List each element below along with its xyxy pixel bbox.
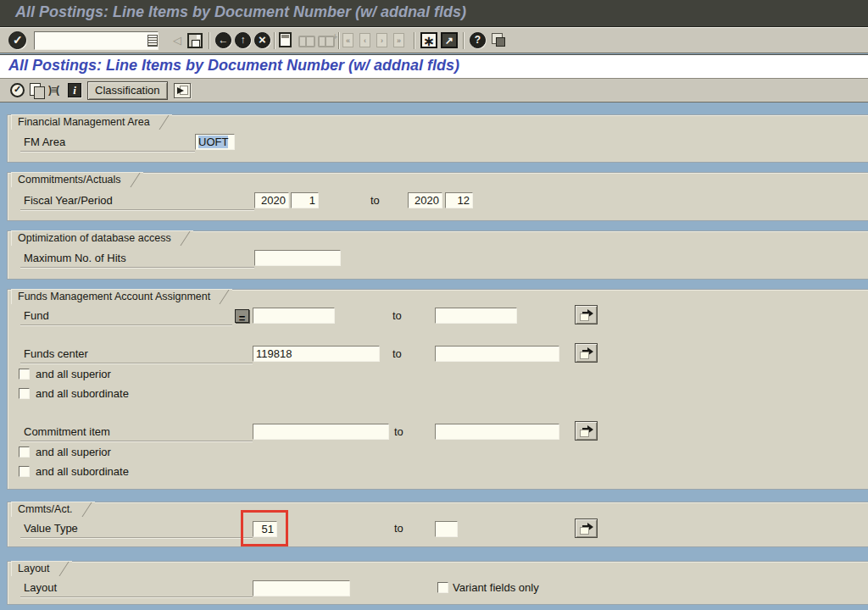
execute-icon[interactable] — [10, 83, 25, 97]
fiscal-year-to-field[interactable]: 2020 — [408, 192, 442, 208]
section-title: Cmmts/Act. — [11, 502, 95, 517]
find-next-icon — [318, 36, 335, 45]
to-label: to — [370, 194, 380, 207]
last-page-icon — [393, 33, 404, 47]
section-financial-management-area: Financial Management Area FM Area UOFT — [7, 114, 868, 163]
commitment-item-to-field[interactable] — [435, 424, 559, 440]
help-icon[interactable] — [470, 32, 486, 48]
new-session-icon[interactable] — [420, 32, 437, 48]
command-input[interactable] — [34, 31, 159, 50]
fm-area-value: UOFT — [198, 136, 228, 148]
page-title-strip: All Postings: Line Items by Document Num… — [0, 54, 868, 78]
subordinate-label: and all subordinate — [36, 465, 129, 478]
selection-options-icon[interactable] — [48, 84, 58, 96]
back-icon[interactable] — [215, 32, 231, 48]
fund-label: Fund — [24, 309, 49, 322]
cancel-icon[interactable] — [254, 32, 270, 48]
commitment-item-from-field[interactable] — [253, 424, 389, 440]
classification-button[interactable]: Classification — [87, 81, 168, 100]
back-triangle-icon[interactable] — [173, 34, 181, 47]
section-fm-account-assignment: Funds Management Account Assignment Fund… — [7, 289, 868, 490]
funds-center-to-field[interactable] — [435, 346, 559, 362]
fiscal-year-period-label: Fiscal Year/Period — [24, 194, 113, 207]
fm-area-field[interactable]: UOFT — [195, 134, 235, 150]
superior-label: and all superior — [36, 446, 111, 458]
commitment-item-multiple-selection-button[interactable] — [575, 421, 598, 441]
section-title: Layout — [11, 561, 72, 576]
to-label: to — [392, 347, 402, 360]
first-page-icon — [342, 33, 353, 47]
print-icon[interactable] — [279, 32, 292, 47]
annotation-highlight-box — [241, 510, 288, 546]
superior-label: and all superior — [36, 368, 111, 380]
value-type-multiple-selection-button[interactable] — [575, 518, 598, 538]
value-type-to-field[interactable] — [435, 521, 458, 537]
window-titlebar: All Postings: Line Items by Document Num… — [0, 0, 868, 27]
window-title: All Postings: Line Items by Document Num… — [15, 3, 466, 21]
field-underline — [20, 151, 195, 152]
section-layout: Layout Layout Variant fields only — [7, 561, 868, 605]
save-icon[interactable] — [187, 33, 203, 48]
layout-field[interactable] — [253, 580, 350, 596]
section-commitments-actuals: Commitments/Actuals Fiscal Year/Period 2… — [7, 172, 868, 221]
funds-center-multiple-selection-button[interactable] — [575, 343, 598, 363]
to-label: to — [394, 425, 403, 438]
layout-label: Layout — [24, 581, 57, 594]
field-underline — [20, 441, 253, 441]
field-underline — [20, 537, 253, 538]
selection-option-equal-icon[interactable] — [235, 309, 249, 323]
fm-area-label: FM Area — [24, 136, 65, 148]
field-underline — [20, 267, 254, 268]
section-optimization: Optimization of database access Maximum … — [7, 230, 868, 280]
field-underline — [20, 363, 253, 363]
max-hits-field[interactable] — [254, 250, 341, 266]
max-hits-label: Maximum No. of Hits — [24, 252, 126, 264]
to-label: to — [392, 309, 402, 322]
section-title: Financial Management Area — [11, 114, 172, 130]
find-icon — [298, 36, 315, 45]
fund-to-field[interactable] — [435, 308, 517, 324]
enter-icon[interactable] — [8, 31, 26, 49]
info-icon[interactable] — [68, 83, 81, 97]
section-title: Commitments/Actuals — [11, 172, 143, 187]
toolbar-divider — [338, 32, 340, 49]
dynamic-selections-icon[interactable] — [174, 83, 191, 98]
get-variant-icon[interactable] — [30, 83, 45, 98]
commitment-item-label: Commitment item — [24, 425, 110, 438]
system-toolbar — [0, 27, 868, 53]
section-cmmts-act: Cmmts/Act. Value Type 51 to — [7, 502, 868, 547]
funds-center-from-field[interactable]: 119818 — [253, 346, 380, 362]
variant-fields-only-checkbox[interactable] — [437, 582, 448, 593]
fiscal-period-from-field[interactable]: 1 — [291, 192, 319, 208]
funds-center-subordinate-checkbox[interactable] — [19, 388, 30, 399]
fund-from-field[interactable] — [253, 308, 335, 324]
field-underline — [20, 324, 232, 325]
fiscal-period-to-field[interactable]: 12 — [445, 192, 473, 208]
fiscal-year-from-field[interactable]: 2020 — [254, 192, 289, 208]
commitment-superior-checkbox[interactable] — [19, 446, 30, 458]
previous-page-icon — [359, 33, 370, 47]
section-title: Funds Management Account Assignment — [11, 289, 232, 304]
toolbar-divider — [274, 32, 275, 49]
value-type-label: Value Type — [24, 522, 78, 535]
subordinate-label: and all subordinate — [36, 387, 129, 400]
variant-fields-only-label: Variant fields only — [453, 581, 539, 594]
funds-center-label: Funds center — [24, 347, 88, 360]
field-underline — [20, 209, 254, 210]
toolbar-divider — [414, 32, 415, 49]
toolbar-divider — [209, 32, 210, 49]
funds-center-superior-checkbox[interactable] — [19, 369, 30, 380]
field-underline — [20, 596, 253, 597]
page-title: All Postings: Line Items by Document Num… — [8, 57, 459, 75]
section-title: Optimization of database access — [11, 230, 193, 246]
customize-layout-icon[interactable] — [492, 33, 503, 44]
toolbar-divider — [463, 32, 465, 49]
next-page-icon — [376, 33, 387, 47]
application-toolbar: Classification — [0, 78, 868, 103]
exit-icon[interactable] — [235, 32, 251, 48]
command-history-icon[interactable] — [147, 35, 158, 47]
create-shortcut-icon[interactable] — [441, 32, 458, 48]
commitment-subordinate-checkbox[interactable] — [19, 466, 30, 477]
fund-multiple-selection-button[interactable] — [575, 305, 598, 324]
to-label: to — [394, 522, 403, 535]
